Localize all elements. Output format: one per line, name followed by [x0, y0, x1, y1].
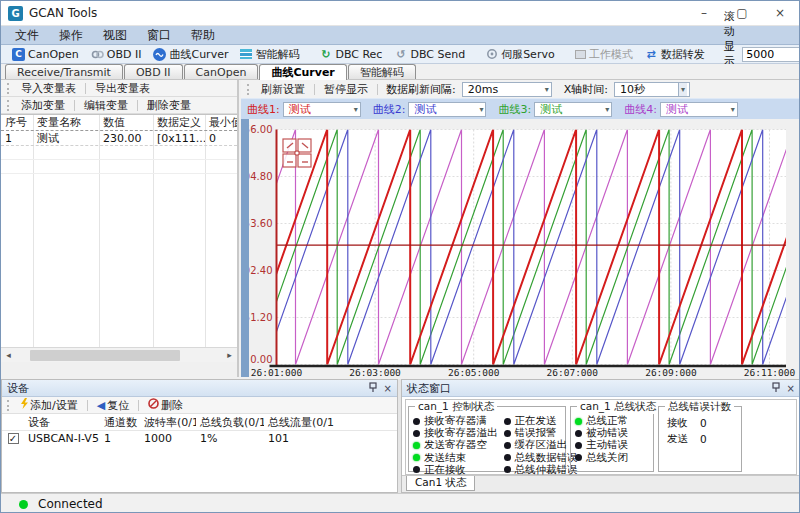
col-busload: 总线负载(0/1) [196, 414, 264, 431]
menu-help[interactable]: 帮助 [181, 27, 225, 44]
curve2-value: 测试 [414, 102, 436, 117]
curve1-select[interactable]: 测试 ▾ [283, 102, 361, 117]
variable-edit-toolbar: 添加变量 编辑变量 删除变量 [1, 97, 237, 114]
tab-decode[interactable]: 智能解码 [348, 64, 416, 79]
device-row[interactable]: ✓ USBCAN-I-V5 1 1000 1% 101 [2, 431, 397, 446]
menu-window[interactable]: 窗口 [137, 27, 181, 44]
workmode-icon [575, 50, 586, 59]
separator [74, 100, 75, 111]
close-icon[interactable]: × [787, 383, 795, 394]
edit-variable-button[interactable]: 编辑变量 [79, 98, 133, 113]
separator [137, 100, 138, 111]
export-variables-button[interactable]: 导出变量表 [90, 81, 155, 96]
x-tick-label: 26:01:000 [251, 367, 303, 377]
device-reset-button[interactable]: ◀复位 [92, 398, 134, 413]
menu-operation[interactable]: 操作 [49, 27, 93, 44]
tab-obd2[interactable]: OBD II [124, 64, 183, 79]
led-icon [504, 454, 511, 461]
decode-button[interactable]: 智能解码 [235, 46, 304, 63]
main-tabbar: Receive/Transmit OBD II CanOpen 曲线Curver… [1, 64, 799, 80]
workmode-button[interactable]: 工作模式 [570, 46, 638, 63]
delete-icon [148, 399, 159, 412]
window-title: GCAN Tools [29, 6, 97, 20]
servo-button[interactable]: 伺服Servo [480, 46, 560, 63]
status-tabrow: Can1 状态 [402, 475, 800, 492]
curve-settings-toolbar: 刷新设置 暂停显示 数据刷新间隔: 20ms ▾ X轴时间: 10秒 ▾ [241, 80, 800, 98]
curve2-select[interactable]: 测试 ▾ [408, 102, 486, 117]
control-status-title: can_1 控制状态 [415, 400, 497, 414]
import-variables-button[interactable]: 导入变量表 [16, 81, 81, 96]
cell-channels: 1 [100, 431, 140, 446]
col-value: 数值 [99, 115, 153, 130]
x-tick-label: 26:07:000 [547, 367, 599, 377]
obd2-label: OBD II [107, 48, 142, 61]
device-checkbox[interactable]: ✓ [8, 433, 19, 444]
obd2-icon [91, 48, 104, 61]
menu-file[interactable]: 文件 [5, 27, 49, 44]
x-time-select[interactable]: 10秒 ▾ [614, 82, 690, 97]
tab-curve[interactable]: 曲线Curver [259, 64, 346, 80]
toolbar-grip [7, 100, 10, 111]
x-tick-label: 26:03:000 [349, 367, 401, 377]
dbc-rec-button[interactable]: ↻ DBC Rec [314, 46, 387, 63]
col-baud: 波特率(0/1) [140, 414, 196, 431]
variable-row[interactable]: 1 测试 230.00 [0x111... 0 [1, 131, 237, 146]
tab-can1-status[interactable]: Can1 状态 [406, 476, 475, 491]
dbc-send-button[interactable]: ↺ DBC Send [389, 46, 470, 63]
tab-receive-transmit[interactable]: Receive/Transmit [5, 64, 123, 79]
curve3-value: 测试 [540, 102, 562, 117]
status-content: can_1 控制状态 接收寄存器满 接收寄存器溢出 发送寄存器空 发送结束 正在… [405, 399, 797, 475]
refresh-interval-select[interactable]: 20ms ▾ [462, 82, 552, 97]
pause-display-button[interactable]: 暂停显示 [319, 82, 373, 97]
device-add-button[interactable]: 添加/设置 [16, 398, 83, 413]
curve-chart[interactable]: 26:01:00026:03:00026:05:00026:07:00026:0… [241, 119, 800, 377]
pin-icon[interactable] [772, 382, 780, 394]
error-count-title: 总线错误计数 [665, 400, 734, 414]
minimize-button[interactable]: – [685, 1, 723, 25]
connection-status-icon [19, 500, 28, 509]
refresh-settings-button[interactable]: 刷新设置 [256, 82, 310, 97]
device-table-header: 设备 通道数 波特率(0/1) 总线负载(0/1) 总线流量(0/1) [2, 414, 397, 431]
chart-canvas[interactable]: 26:01:00026:03:00026:05:00026:07:00026:0… [241, 119, 799, 377]
reset-icon: ◀ [97, 399, 105, 412]
curve-icon [153, 48, 166, 61]
main-toolbar: C CanOpen OBD II 曲线Curver 智能解码 ↻ DBC Rec… [1, 45, 799, 64]
scroll-left-icon[interactable]: ◂ [1, 350, 16, 360]
chevron-down-icon: ▾ [731, 105, 735, 114]
pin-icon[interactable] [369, 382, 377, 394]
col-index: 序号 [1, 115, 33, 130]
col-channels: 通道数 [100, 414, 140, 431]
curve4-label: 曲线4: [624, 102, 657, 117]
scroll-right-icon[interactable]: ▸ [222, 350, 237, 360]
curve-panel: 刷新设置 暂停显示 数据刷新间隔: 20ms ▾ X轴时间: 10秒 ▾ 曲线1… [241, 80, 800, 377]
decode-icon [240, 49, 252, 59]
data-forward-button[interactable]: ⇄ 数据转发 [640, 46, 710, 63]
close-icon[interactable]: × [384, 383, 392, 394]
curve1-value: 测试 [289, 102, 311, 117]
obd2-button[interactable]: OBD II [86, 46, 147, 63]
col-definition: 数据定义 [153, 115, 205, 130]
cell-busload: 1% [196, 431, 264, 446]
menu-view[interactable]: 视图 [93, 27, 137, 44]
frame-count-input[interactable] [742, 47, 800, 62]
separator [85, 83, 86, 94]
scrollbar-thumb[interactable] [30, 350, 180, 361]
device-add-label: 添加/设置 [30, 399, 78, 412]
add-variable-button[interactable]: 添加变量 [16, 98, 70, 113]
device-delete-button[interactable]: 删除 [143, 398, 188, 413]
tx-count-value: 0 [700, 433, 707, 445]
rx-count-value: 0 [700, 417, 707, 429]
app-icon: G [8, 6, 23, 21]
delete-variable-button[interactable]: 删除变量 [142, 98, 196, 113]
led-icon [575, 418, 582, 425]
curve4-select[interactable]: 测试 ▾ [660, 102, 738, 117]
horizontal-scrollbar[interactable]: ◂ ▸ [1, 347, 237, 362]
servo-icon [485, 48, 498, 61]
bus-status-title: can_1 总线状态 [577, 400, 659, 414]
canopen-button[interactable]: C CanOpen [7, 46, 84, 63]
bus-status-group: can_1 总线状态 总线正常 被动错误 主动错误 总线关闭 [570, 406, 654, 472]
led-icon [413, 418, 420, 425]
tab-canopen[interactable]: CanOpen [184, 64, 259, 79]
curve3-select[interactable]: 测试 ▾ [534, 102, 612, 117]
curve-tool-button[interactable]: 曲线Curver [148, 46, 233, 63]
